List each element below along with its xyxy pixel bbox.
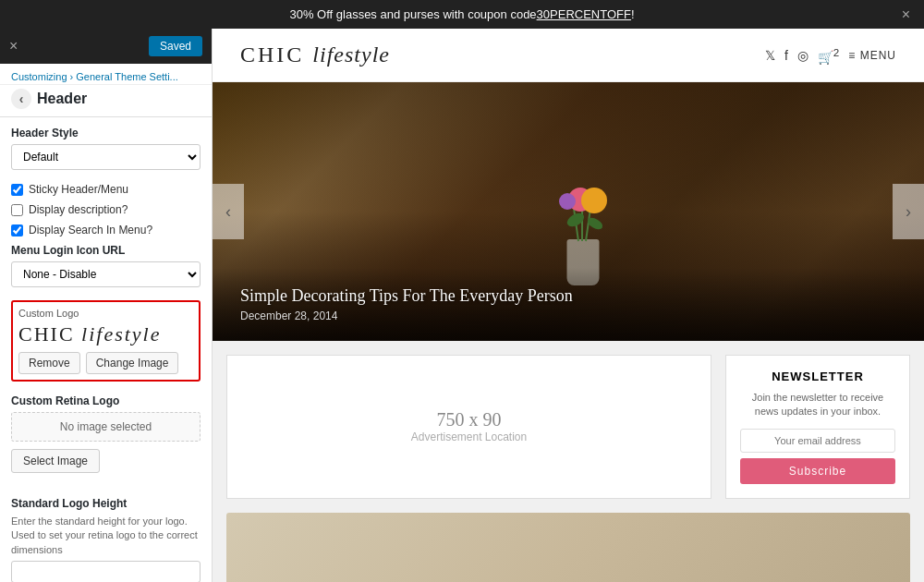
newsletter-subscribe-button[interactable]: Subscribe xyxy=(740,458,895,484)
breadcrumb-link[interactable]: Customizing › General Theme Setti... xyxy=(11,71,178,82)
logo-height-input[interactable] xyxy=(11,561,201,582)
header-style-select[interactable]: Default xyxy=(11,144,201,170)
newsletter-description: Join the newsletter to receive news upda… xyxy=(740,391,895,419)
retina-logo-no-image: No image selected xyxy=(11,412,201,442)
cart-icon[interactable]: 🛒2 xyxy=(818,46,839,65)
content-preview xyxy=(213,513,924,582)
customizer-title-bar: ‹ Header xyxy=(0,85,212,117)
header-right: 𝕏 f ◎ 🛒2 ≡ MENU xyxy=(765,46,896,65)
menu-login-label: Menu Login Icon URL xyxy=(11,244,201,257)
sidebar-content: Header Style Default Sticky Header/Menu … xyxy=(0,117,212,582)
logo-buttons: Remove Change Image xyxy=(18,352,193,374)
newsletter-email-input[interactable] xyxy=(740,429,895,453)
announcement-exclamation: ! xyxy=(631,7,635,21)
custom-logo-box: Custom Logo CHIC lifestyle Remove Change… xyxy=(11,300,201,382)
customizer-sidebar: × Saved Customizing › General Theme Sett… xyxy=(0,29,213,582)
logo-bold-text: CHIC xyxy=(18,322,75,346)
select-image-button[interactable]: Select Image xyxy=(11,449,100,473)
ad-label-text: Advertisement Location xyxy=(411,430,527,443)
menu-login-select[interactable]: None - Disable xyxy=(11,261,201,287)
standard-logo-height-description: Enter the standard height for your logo.… xyxy=(11,515,201,557)
cart-count: 2 xyxy=(833,46,839,58)
newsletter-block: NEWSLETTER Join the newsletter to receiv… xyxy=(725,355,910,499)
sticky-header-checkbox[interactable] xyxy=(11,184,23,196)
display-description-row: Display description? xyxy=(11,203,201,216)
announcement-close-button[interactable]: × xyxy=(902,6,910,23)
ad-size-text: 750 x 90 xyxy=(437,409,502,430)
hero-slider: Simple Decorating Tips For The Everyday … xyxy=(213,82,924,341)
display-search-checkbox[interactable] xyxy=(11,224,23,236)
below-hero-section: 750 x 90 Advertisement Location NEWSLETT… xyxy=(213,341,924,513)
flower-yellow xyxy=(581,188,607,213)
header-style-section: Header Style Default xyxy=(11,127,201,170)
announcement-link[interactable]: 30PERCENTOFF xyxy=(537,7,631,21)
menu-button[interactable]: ≡ MENU xyxy=(848,49,896,62)
site-logo: CHIC lifestyle xyxy=(240,42,390,67)
content-image-placeholder xyxy=(226,513,910,582)
display-search-label: Display Search In Menu? xyxy=(29,224,152,236)
hero-caption-title[interactable]: Simple Decorating Tips For The Everyday … xyxy=(240,286,896,306)
display-search-row: Display Search In Menu? xyxy=(11,224,201,236)
display-description-label: Display description? xyxy=(29,203,128,216)
customizer-title-text: Header xyxy=(37,91,87,107)
facebook-icon[interactable]: f xyxy=(784,48,788,63)
announcement-text: 30% Off glasses and purses with coupon c… xyxy=(289,7,536,21)
sticky-header-row: Sticky Header/Menu xyxy=(11,183,201,196)
standard-logo-height-section: Standard Logo Height Enter the standard … xyxy=(11,497,201,582)
logo-preview: CHIC lifestyle xyxy=(18,322,193,346)
hero-caption: Simple Decorating Tips For The Everyday … xyxy=(213,268,924,341)
main-layout: × Saved Customizing › General Theme Sett… xyxy=(0,29,924,582)
logo-italic-text: lifestyle xyxy=(81,322,161,346)
back-arrow-button[interactable]: ‹ xyxy=(11,89,31,109)
slider-prev-button[interactable]: ‹ xyxy=(213,184,244,239)
site-header: CHIC lifestyle 𝕏 f ◎ 🛒2 ≡ MENU xyxy=(213,29,924,82)
custom-retina-logo-section: Custom Retina Logo No image selected Sel… xyxy=(11,394,201,484)
twitter-icon[interactable]: 𝕏 xyxy=(765,48,775,63)
hero-caption-date: December 28, 2014 xyxy=(240,309,896,322)
newsletter-title: NEWSLETTER xyxy=(740,370,895,383)
instagram-icon[interactable]: ◎ xyxy=(797,48,808,63)
site-preview: CHIC lifestyle 𝕏 f ◎ 🛒2 ≡ MENU xyxy=(213,29,924,582)
advertisement-block: 750 x 90 Advertisement Location xyxy=(226,355,711,499)
change-image-button[interactable]: Change Image xyxy=(86,352,179,374)
custom-logo-section: Custom Logo CHIC lifestyle Remove Change… xyxy=(11,300,201,382)
standard-logo-height-label: Standard Logo Height xyxy=(11,497,201,510)
custom-logo-label: Custom Logo xyxy=(18,308,193,319)
header-style-label: Header Style xyxy=(11,127,201,139)
slider-next-button[interactable]: › xyxy=(893,184,924,239)
site-logo-italic: lifestyle xyxy=(312,42,390,67)
customizer-topbar: × Saved xyxy=(0,29,212,64)
announcement-bar: 30% Off glasses and purses with coupon c… xyxy=(0,0,924,29)
display-description-checkbox[interactable] xyxy=(11,204,23,216)
sticky-header-label: Sticky Header/Menu xyxy=(29,183,128,196)
saved-button[interactable]: Saved xyxy=(149,36,202,56)
customizer-breadcrumb: Customizing › General Theme Setti... xyxy=(0,64,212,85)
remove-logo-button[interactable]: Remove xyxy=(18,352,80,374)
site-logo-bold: CHIC xyxy=(240,42,304,67)
menu-login-section: Menu Login Icon URL None - Disable xyxy=(11,244,201,287)
customizer-close-button[interactable]: × xyxy=(9,38,18,55)
custom-retina-logo-label: Custom Retina Logo xyxy=(11,394,201,407)
